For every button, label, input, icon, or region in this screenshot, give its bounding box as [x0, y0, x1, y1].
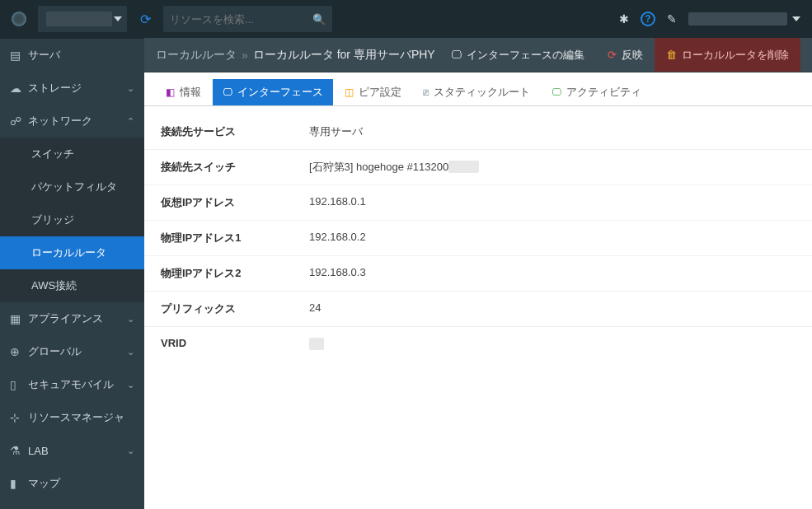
action-label: 反映	[622, 48, 643, 63]
sidebar-label: ストレージ	[28, 81, 127, 96]
appliance-icon: ▦	[10, 312, 28, 325]
sidebar-item-network[interactable]: ☍ ネットワーク ⌃	[0, 105, 144, 138]
detail-label: 接続先スイッチ	[161, 160, 309, 175]
tab-label: アクティビティ	[566, 85, 641, 100]
tab-info[interactable]: ◧ 情報	[156, 79, 211, 105]
detail-label: 物理IPアドレス1	[161, 231, 309, 245]
sidebar-label: セキュアモバイル	[28, 377, 127, 392]
detail-label: プリフィックス	[161, 301, 309, 316]
sidebar-label: マップ	[28, 476, 134, 491]
sidebar-submenu-network: スイッチ パケットフィルタ ブリッジ ローカルルータ AWS接続	[0, 138, 144, 302]
tab-peer[interactable]: ◫ ピア設定	[335, 79, 411, 105]
sidebar-item-global[interactable]: ⊕ グローバル ⌄	[0, 335, 144, 368]
region-dropdown[interactable]: xxxxxxxxxx	[38, 6, 127, 32]
detail-row: VRID xx	[144, 327, 812, 360]
breadcrumb-current: ローカルルータ for 専用サーバPHY	[253, 48, 435, 63]
activity-icon: 🖵	[552, 86, 561, 98]
search-input[interactable]	[170, 13, 312, 26]
delete-button[interactable]: 🗑 ローカルルータを削除	[655, 38, 800, 72]
user-label	[688, 12, 787, 26]
tab-static-route[interactable]: ⎚ スタティックルート	[413, 79, 540, 105]
chevron-up-icon: ⌃	[127, 116, 134, 127]
sidebar-item-map[interactable]: ▮ マップ	[0, 467, 144, 500]
puzzle-icon: ⊹	[10, 411, 28, 424]
detail-row: 仮想IPアドレス 192.168.0.1	[144, 185, 812, 221]
edit-interface-button[interactable]: 🖵 インターフェースの編集	[439, 38, 596, 72]
sidebar-item-storage[interactable]: ☁ ストレージ ⌄	[0, 72, 144, 105]
redacted-text: xx	[309, 338, 324, 350]
topbar-left: xxxxxxxxxx ⟳ 🔍	[0, 0, 332, 38]
tabs: ◧ 情報 🖵 インターフェース ◫ ピア設定 ⎚ スタティックルート 🖵 アクテ…	[144, 72, 812, 106]
search-icon: 🔍	[312, 13, 326, 26]
sidebar-sub-local-router[interactable]: ローカルルータ	[0, 236, 144, 269]
globe-icon	[12, 12, 26, 26]
detail-value: 192.168.0.3	[309, 266, 366, 281]
chevron-down-icon	[114, 16, 122, 21]
trash-icon: 🗑	[666, 49, 677, 61]
sidebar-sub-aws[interactable]: AWS接続	[0, 269, 144, 302]
mobile-icon: ▯	[10, 378, 28, 391]
sidebar: ▤ サーバ ☁ ストレージ ⌄ ☍ ネットワーク ⌃ スイッチ パケットフィルタ…	[0, 38, 144, 509]
refresh-icon: ⟳	[140, 12, 151, 27]
detail-row: 物理IPアドレス1 192.168.0.2	[144, 221, 812, 256]
sidebar-label: グローバル	[28, 344, 127, 359]
network-icon: ☍	[10, 114, 28, 128]
monitor-icon: 🖵	[451, 49, 462, 61]
peer-icon: ◫	[345, 86, 354, 98]
apply-button[interactable]: ⟳ 反映	[596, 38, 655, 72]
tab-activity[interactable]: 🖵 アクティビティ	[542, 79, 651, 105]
chevron-down-icon: ⌄	[127, 83, 134, 94]
detail-label: 物理IPアドレス2	[161, 266, 309, 281]
storage-icon: ☁	[10, 82, 28, 95]
tab-label: 情報	[180, 85, 201, 100]
detail-row: プリフィックス 24	[144, 292, 812, 327]
content-actions: 🖵 インターフェースの編集 ⟳ 反映 🗑 ローカルルータを削除	[439, 38, 800, 72]
chevron-down-icon: ⌄	[127, 446, 134, 456]
tab-interface[interactable]: 🖵 インターフェース	[213, 79, 333, 105]
content-header: ローカルルータ » ローカルルータ for 専用サーバPHY 🖵 インターフェー…	[144, 38, 812, 72]
sidebar-item-secure-mobile[interactable]: ▯ セキュアモバイル ⌄	[0, 368, 144, 401]
user-dropdown[interactable]	[688, 12, 800, 26]
sidebar-label: リソースマネージャ	[28, 410, 134, 425]
refresh-button[interactable]: ⟳	[127, 12, 163, 27]
sidebar-item-lab[interactable]: ⚗ LAB ⌄	[0, 434, 144, 467]
feather-icon[interactable]: ✎	[667, 12, 677, 26]
details-panel: 接続先サービス 専用サーバ 接続先スイッチ [石狩第3] hogehoge #1…	[144, 106, 812, 509]
detail-row: 物理IPアドレス2 192.168.0.3	[144, 256, 812, 292]
sidebar-sub-packet-filter[interactable]: パケットフィルタ	[0, 170, 144, 203]
help-icon[interactable]: ?	[641, 12, 655, 26]
detail-value: 専用サーバ	[309, 124, 363, 139]
detail-row: 接続先サービス 専用サーバ	[144, 114, 812, 150]
detail-label: 仮想IPアドレス	[161, 195, 309, 210]
server-icon: ▤	[10, 49, 28, 62]
chevron-down-icon	[792, 16, 800, 21]
content: ローカルルータ » ローカルルータ for 専用サーバPHY 🖵 インターフェー…	[144, 38, 812, 509]
globe-button[interactable]	[0, 12, 38, 26]
search-box[interactable]: 🔍	[163, 6, 332, 32]
tab-label: インターフェース	[237, 85, 323, 100]
sidebar-item-resource-manager[interactable]: ⊹ リソースマネージャ	[0, 401, 144, 434]
detail-row: 接続先スイッチ [石狩第3] hogehoge #113200xxxxx	[144, 150, 812, 185]
chevron-down-icon: ⌄	[127, 380, 134, 390]
detail-label: VRID	[161, 337, 309, 350]
gear-icon[interactable]: ✱	[619, 12, 629, 26]
detail-value: xx	[309, 337, 324, 350]
action-label: インターフェースの編集	[467, 48, 584, 63]
sidebar-sub-switch[interactable]: スイッチ	[0, 138, 144, 170]
sidebar-label: アプライアンス	[28, 311, 127, 326]
detail-label: 接続先サービス	[161, 124, 309, 139]
action-label: ローカルルータを削除	[682, 48, 789, 63]
breadcrumb-root[interactable]: ローカルルータ	[156, 48, 237, 63]
redacted-text: xxxxx	[448, 161, 479, 173]
breadcrumb-separator: »	[242, 49, 248, 62]
sidebar-sub-bridge[interactable]: ブリッジ	[0, 203, 144, 236]
detail-value-text: [石狩第3] hogehoge #113200	[309, 161, 448, 173]
detail-value: 192.168.0.1	[309, 195, 366, 210]
info-icon: ◧	[166, 86, 175, 98]
top-bar: xxxxxxxxxx ⟳ 🔍 ✱ ? ✎	[0, 0, 812, 38]
sidebar-item-server[interactable]: ▤ サーバ	[0, 39, 144, 72]
sidebar-label: LAB	[28, 445, 127, 457]
detail-value: [石狩第3] hogehoge #113200xxxxx	[309, 160, 479, 175]
sidebar-item-appliance[interactable]: ▦ アプライアンス ⌄	[0, 302, 144, 335]
sidebar-label: サーバ	[28, 48, 134, 63]
